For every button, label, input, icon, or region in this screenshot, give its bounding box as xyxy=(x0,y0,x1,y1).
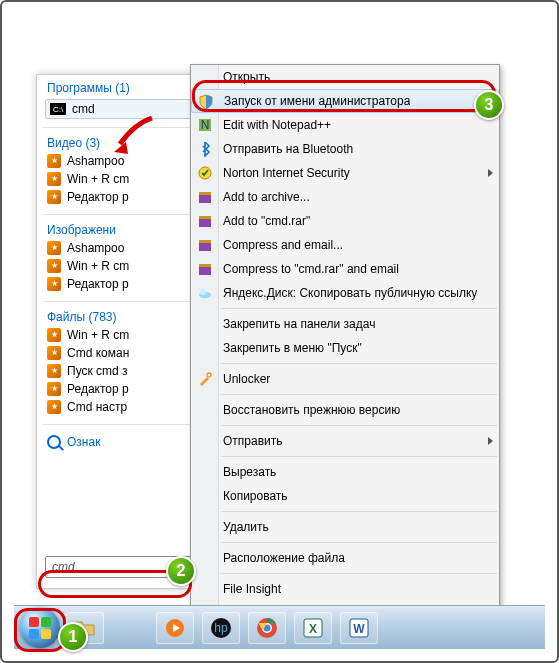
menu-pin-start[interactable]: Закрепить в меню "Пуск" xyxy=(191,336,499,360)
favorite-icon xyxy=(47,190,61,204)
svg-rect-6 xyxy=(199,216,211,219)
highlight-start xyxy=(14,608,66,652)
svg-point-12 xyxy=(200,289,206,295)
hp-icon: hp xyxy=(209,616,233,640)
menu-file-insight[interactable]: File Insight xyxy=(191,577,499,601)
winrar-icon xyxy=(197,261,213,277)
taskbar-chrome[interactable] xyxy=(248,612,286,644)
svg-rect-4 xyxy=(199,192,211,195)
excel-icon: X xyxy=(301,616,325,640)
list-item[interactable]: Win + R cm xyxy=(47,170,205,188)
menu-pin-taskbar[interactable]: Закрепить на панели задач xyxy=(191,312,499,336)
favorite-icon xyxy=(47,328,61,342)
svg-text:N: N xyxy=(201,118,210,132)
list-item[interactable]: Ashampoo xyxy=(47,239,205,257)
winrar-icon xyxy=(197,237,213,253)
taskbar-word[interactable]: W xyxy=(340,612,378,644)
bluetooth-icon xyxy=(197,141,213,157)
chrome-icon xyxy=(255,616,279,640)
list-item[interactable]: Редактор р xyxy=(47,380,205,398)
unlocker-icon xyxy=(197,371,213,387)
menu-unlocker[interactable]: Unlocker xyxy=(191,367,499,391)
cmd-icon: C:\ xyxy=(50,103,66,115)
favorite-icon xyxy=(47,154,61,168)
menu-cut[interactable]: Вырезать xyxy=(191,460,499,484)
list-item[interactable]: Пуск cmd з xyxy=(47,362,205,380)
menu-compress-cmd-email[interactable]: Compress to "cmd.rar" and email xyxy=(191,257,499,281)
word-icon: W xyxy=(347,616,371,640)
menu-yandex-disk[interactable]: Яндекс.Диск: Скопировать публичную ссылк… xyxy=(191,281,499,305)
menu-add-cmd-rar[interactable]: Add to "cmd.rar" xyxy=(191,209,499,233)
taskbar-hp[interactable]: hp xyxy=(202,612,240,644)
favorite-icon xyxy=(47,364,61,378)
menu-edit-notepadpp[interactable]: N Edit with Notepad++ xyxy=(191,113,499,137)
favorite-icon xyxy=(47,241,61,255)
callout-3: 3 xyxy=(474,90,504,120)
menu-file-location[interactable]: Расположение файла xyxy=(191,546,499,570)
list-item[interactable]: Win + R cm xyxy=(47,257,205,275)
see-more-results[interactable]: Ознак xyxy=(37,427,215,457)
svg-rect-8 xyxy=(199,240,211,243)
svg-point-13 xyxy=(207,373,211,377)
menu-norton[interactable]: Norton Internet Security xyxy=(191,161,499,185)
menu-restore-version[interactable]: Восстановить прежнюю версию xyxy=(191,398,499,422)
list-item[interactable]: Cmd настр xyxy=(47,398,205,416)
section-programs: Программы (1) xyxy=(37,75,215,97)
list-item[interactable]: Win + R cm xyxy=(47,326,205,344)
taskbar-wmp[interactable] xyxy=(156,612,194,644)
context-menu: Открыть Запуск от имени администратора N… xyxy=(190,64,500,626)
svg-text:hp: hp xyxy=(214,621,228,635)
media-player-icon xyxy=(163,616,187,640)
images-list: Ashampoo Win + R cm Редактор р xyxy=(37,239,215,299)
submenu-arrow-icon xyxy=(488,169,493,177)
svg-text:W: W xyxy=(353,622,365,636)
notepadpp-icon: N xyxy=(197,117,213,133)
list-item[interactable]: Редактор р xyxy=(47,188,205,206)
favorite-icon xyxy=(47,382,61,396)
svg-rect-5 xyxy=(199,218,211,227)
menu-add-archive[interactable]: Add to archive... xyxy=(191,185,499,209)
section-images: Изображени xyxy=(37,217,215,239)
menu-copy[interactable]: Копировать xyxy=(191,484,499,508)
svg-rect-3 xyxy=(199,194,211,203)
menu-delete[interactable]: Удалить xyxy=(191,515,499,539)
favorite-icon xyxy=(47,259,61,273)
program-label: cmd xyxy=(72,102,95,116)
yadisk-icon xyxy=(197,285,213,301)
list-item[interactable]: Редактор р xyxy=(47,275,205,293)
favorite-icon xyxy=(47,346,61,360)
svg-rect-7 xyxy=(199,242,211,251)
svg-text:X: X xyxy=(309,622,317,636)
norton-icon xyxy=(197,165,213,181)
favorite-icon xyxy=(47,400,61,414)
svg-rect-9 xyxy=(199,266,211,275)
favorite-icon xyxy=(47,172,61,186)
menu-send-to[interactable]: Отправить xyxy=(191,429,499,453)
list-item[interactable]: Cmd коман xyxy=(47,344,205,362)
menu-send-bluetooth[interactable]: Отправить на Bluetooth xyxy=(191,137,499,161)
highlight-run-admin xyxy=(192,80,496,112)
winrar-icon xyxy=(197,213,213,229)
section-files: Файлы (783) xyxy=(37,304,215,326)
svg-rect-10 xyxy=(199,264,211,267)
menu-compress-email[interactable]: Compress and email... xyxy=(191,233,499,257)
winrar-icon xyxy=(197,189,213,205)
submenu-arrow-icon xyxy=(488,437,493,445)
favorite-icon xyxy=(47,277,61,291)
search-icon xyxy=(47,435,61,449)
callout-1: 1 xyxy=(58,622,88,652)
taskbar-excel[interactable]: X xyxy=(294,612,332,644)
taskbar: hp X W xyxy=(14,605,545,649)
videos-list: Ashampoo Win + R cm Редактор р xyxy=(37,152,215,212)
files-list: Win + R cm Cmd коман Пуск cmd з Редактор… xyxy=(37,326,215,422)
callout-2: 2 xyxy=(166,556,196,586)
annotation-arrow xyxy=(114,116,154,156)
